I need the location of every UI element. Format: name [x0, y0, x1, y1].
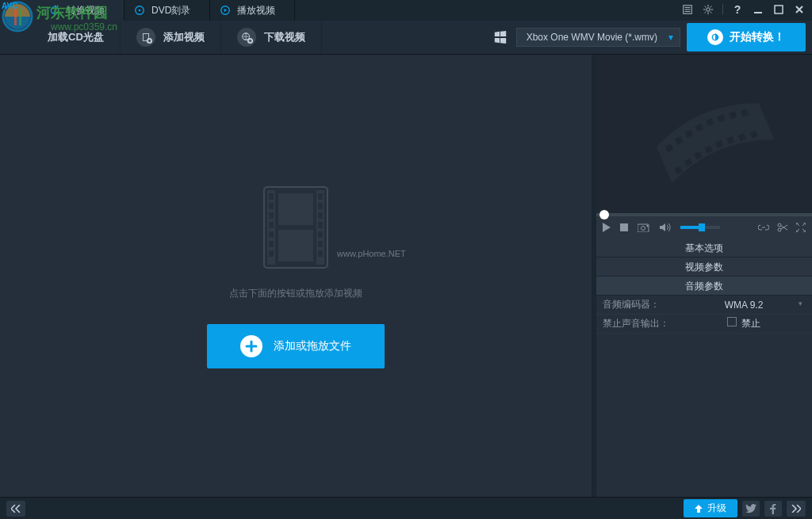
scissors-icon[interactable]: [777, 223, 788, 232]
collapse-right-icon[interactable]: [787, 501, 806, 517]
svg-text:▾: ▾: [646, 223, 649, 228]
film-placeholder-icon: [261, 184, 331, 271]
tab-label: 播放视频: [237, 4, 275, 17]
play-icon[interactable]: [603, 223, 611, 232]
collapse-left-icon[interactable]: [6, 501, 25, 517]
svg-rect-28: [318, 203, 323, 209]
convert-button[interactable]: 开始转换！: [687, 23, 806, 52]
svg-rect-52: [620, 223, 628, 231]
format-value: Xbox One WMV Movie (*.wmv): [527, 32, 657, 43]
load-cd-button[interactable]: 加载CD光盘: [6, 21, 121, 54]
titlebar-controls: ?: [681, 3, 806, 16]
svg-rect-9: [754, 12, 762, 13]
tab-audio-params[interactable]: 音频参数: [596, 277, 812, 296]
player-controls: ▾: [596, 216, 812, 239]
watermark-center: www.pHome.NET: [337, 249, 406, 258]
add-video-button[interactable]: 添加视频: [121, 21, 221, 54]
svg-rect-27: [318, 193, 323, 200]
tabs-row: 转换视频 DVD刻录 播放视频 ?: [0, 0, 812, 21]
tab-label: DVD刻录: [151, 4, 190, 17]
hint-text: 点击下面的按钮或拖放添加视频: [229, 287, 362, 300]
add-file-label: 添加或拖放文件: [274, 339, 351, 353]
tool-label: 加载CD光盘: [48, 30, 104, 44]
svg-point-54: [642, 227, 645, 231]
download-video-button[interactable]: 下载视频: [221, 21, 322, 54]
content-area[interactable]: www.pHome.NET 点击下面的按钮或拖放添加视频 添加或拖放文件: [0, 55, 596, 497]
svg-rect-20: [269, 193, 274, 200]
stop-icon[interactable]: [620, 223, 628, 231]
arrow-up-icon: [695, 505, 703, 513]
format-select[interactable]: Xbox One WMV Movie (*.wmv): [516, 28, 680, 47]
play-circle-icon: [220, 5, 231, 16]
toolbar: 加载CD光盘 添加视频 下载视频 Xbox One WMV Movie (*.w…: [0, 21, 812, 55]
svg-point-56: [778, 223, 781, 227]
svg-rect-10: [775, 6, 783, 13]
filmstrip-icon: [640, 82, 768, 187]
gear-icon[interactable]: [702, 3, 714, 16]
tab-play[interactable]: 播放视频: [210, 0, 295, 21]
close-icon[interactable]: [793, 3, 806, 16]
tab-basic-options[interactable]: 基本选项: [596, 239, 812, 258]
svg-point-8: [707, 8, 710, 11]
globe-add-icon: [237, 28, 256, 47]
svg-point-5: [139, 10, 141, 12]
tab-dvd[interactable]: DVD刻录: [124, 0, 210, 21]
preview-pane: [596, 55, 812, 213]
svg-rect-33: [318, 250, 323, 257]
param-label: 禁止声音输出：: [603, 317, 682, 330]
help-icon[interactable]: ?: [731, 3, 744, 16]
mute-toggle[interactable]: 禁止: [682, 317, 806, 330]
svg-rect-25: [269, 241, 274, 247]
svg-point-57: [778, 228, 781, 231]
tab-label: 转换视频: [67, 4, 105, 17]
svg-rect-21: [269, 203, 274, 209]
main-area: www.pHome.NET 点击下面的按钮或拖放添加视频 添加或拖放文件: [0, 55, 812, 497]
param-label: 音频编码器：: [603, 298, 682, 311]
svg-rect-26: [269, 250, 274, 257]
param-mute-output: 禁止声音输出： 禁止: [596, 315, 812, 334]
svg-rect-29: [318, 212, 323, 219]
twitter-icon[interactable]: [742, 501, 760, 517]
disc-icon: [134, 5, 145, 16]
svg-rect-30: [318, 222, 323, 228]
maximize-icon[interactable]: [772, 3, 785, 16]
svg-rect-34: [278, 193, 313, 225]
expand-icon[interactable]: [796, 223, 806, 232]
volume-slider[interactable]: [680, 226, 720, 229]
svg-rect-35: [278, 230, 313, 261]
svg-rect-22: [269, 212, 274, 219]
convert-label: 开始转换！: [730, 30, 785, 44]
windows-icon: [491, 28, 510, 47]
param-audio-codec: 音频编码器： WMA 9.2: [596, 296, 812, 315]
tool-label: 添加视频: [163, 30, 205, 44]
chain-icon[interactable]: [758, 223, 769, 232]
volume-icon[interactable]: [660, 223, 671, 232]
tab-convert[interactable]: 转换视频: [0, 0, 124, 21]
svg-rect-31: [318, 231, 323, 238]
codec-select[interactable]: WMA 9.2: [682, 300, 806, 311]
seek-slider[interactable]: [596, 213, 812, 216]
bottom-bar: 升级: [0, 497, 812, 519]
upgrade-button[interactable]: 升级: [684, 499, 737, 517]
add-file-button[interactable]: 添加或拖放文件: [207, 324, 385, 368]
svg-rect-24: [269, 231, 274, 238]
refresh-icon: [49, 5, 60, 16]
tab-video-params[interactable]: 视频参数: [596, 258, 812, 277]
sidebar: ▾ 基本选项 视频参数 音频参数 音频编码器： WMA 9.2 禁止声音输出： …: [596, 55, 812, 497]
svg-rect-32: [318, 241, 323, 247]
facebook-icon[interactable]: [764, 501, 782, 517]
tool-label: 下载视频: [264, 30, 305, 44]
camera-icon[interactable]: ▾: [638, 223, 650, 232]
seek-thumb[interactable]: [599, 210, 609, 219]
upgrade-label: 升级: [707, 502, 726, 515]
checkbox-icon[interactable]: [727, 317, 737, 326]
minimize-icon[interactable]: [752, 3, 764, 16]
svg-rect-23: [269, 222, 274, 228]
film-add-icon: [136, 28, 155, 47]
plus-circle-icon: [240, 335, 262, 357]
refresh-icon: [707, 29, 723, 45]
list-icon[interactable]: [681, 3, 694, 16]
